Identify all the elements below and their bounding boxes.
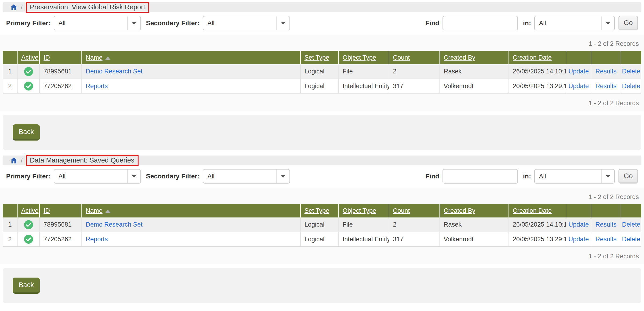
- object-type-cell: Intellectual Entity: [338, 79, 389, 93]
- table-row: 2 77205262 Reports Logical Intellectual …: [3, 232, 641, 247]
- chevron-down-icon: [276, 16, 290, 30]
- creation-date-cell: 20/05/2025 13:29:19: [509, 79, 566, 93]
- creation-date-cell: 26/05/2025 14:10:15: [509, 64, 566, 79]
- breadcrumb-separator: /: [21, 157, 23, 164]
- content-area: 1 - 2 of 2 Records Active ID Name Set Ty…: [0, 35, 644, 111]
- primary-filter-value: All: [54, 16, 127, 30]
- back-button[interactable]: Back: [13, 278, 40, 294]
- sets-table: Active ID Name Set Type Object Type Coun…: [3, 51, 641, 93]
- in-label: in:: [523, 173, 531, 180]
- header-object-type[interactable]: Object Type: [338, 51, 389, 64]
- set-name-link[interactable]: Reports: [86, 82, 108, 90]
- header-delete-actions: [621, 51, 641, 64]
- back-button[interactable]: Back: [13, 124, 40, 141]
- header-set-type[interactable]: Set Type: [300, 51, 338, 64]
- records-count-bottom: 1 - 2 of 2 Records: [0, 93, 644, 111]
- table-header-row: Active ID Name Set Type Object Type Coun…: [3, 204, 641, 218]
- secondary-filter-select[interactable]: All: [203, 16, 290, 30]
- secondary-filter-value: All: [203, 16, 276, 30]
- update-link[interactable]: Update: [568, 68, 589, 75]
- active-check-icon: [24, 220, 33, 229]
- set-name-link[interactable]: Reports: [86, 236, 108, 243]
- delete-link[interactable]: Delete: [622, 68, 640, 75]
- update-link[interactable]: Update: [568, 82, 589, 90]
- breadcrumb: / Data Management: Saved Queries: [3, 155, 641, 165]
- active-cell: [17, 79, 40, 93]
- header-active[interactable]: Active: [17, 204, 40, 218]
- home-icon[interactable]: [10, 156, 18, 164]
- find-label: Find: [426, 19, 439, 27]
- page-title: Data Management: Saved Queries: [26, 155, 139, 166]
- update-link[interactable]: Update: [568, 221, 589, 228]
- delete-link[interactable]: Delete: [622, 221, 640, 228]
- update-link[interactable]: Update: [568, 236, 589, 243]
- active-cell: [17, 218, 40, 232]
- delete-link[interactable]: Delete: [622, 82, 640, 90]
- results-link[interactable]: Results: [595, 236, 616, 243]
- id-cell: 77205262: [40, 232, 82, 247]
- header-creation-date[interactable]: Creation Date: [509, 51, 566, 64]
- header-name[interactable]: Name: [82, 204, 300, 218]
- header-name[interactable]: Name: [82, 51, 300, 64]
- breadcrumb: / Preservation: View Global Risk Report: [3, 2, 641, 12]
- header-id[interactable]: ID: [40, 51, 82, 64]
- sort-ascending-icon: [105, 210, 110, 213]
- go-button[interactable]: Go: [618, 169, 638, 184]
- active-cell: [17, 64, 40, 79]
- breadcrumb-separator: /: [21, 4, 23, 11]
- delete-link[interactable]: Delete: [622, 236, 640, 243]
- find-in-select[interactable]: All: [534, 169, 615, 184]
- header-delete-actions: [621, 204, 641, 218]
- header-active[interactable]: Active: [17, 51, 40, 64]
- set-name-link[interactable]: Demo Research Set: [86, 221, 142, 228]
- header-count[interactable]: Count: [389, 204, 440, 218]
- creation-date-cell: 20/05/2025 13:29:19: [509, 232, 566, 247]
- header-creation-date[interactable]: Creation Date: [509, 204, 566, 218]
- chevron-down-icon: [601, 170, 614, 183]
- results-link[interactable]: Results: [595, 221, 616, 228]
- find-in-select[interactable]: All: [534, 16, 615, 30]
- header-created-by[interactable]: Created By: [440, 51, 509, 64]
- header-update-actions: [566, 51, 591, 64]
- primary-filter-select[interactable]: All: [54, 169, 141, 184]
- records-count-bottom: 1 - 2 of 2 Records: [0, 247, 644, 264]
- primary-filter-label: Primary Filter:: [6, 173, 50, 180]
- header-set-type[interactable]: Set Type: [300, 204, 338, 218]
- results-link[interactable]: Results: [595, 82, 616, 90]
- id-cell: 78995681: [40, 64, 82, 79]
- header-created-by[interactable]: Created By: [440, 204, 509, 218]
- row-number: 1: [3, 64, 17, 79]
- filter-bar: Primary Filter: All Secondary Filter: Al…: [0, 12, 644, 35]
- set-name-link[interactable]: Demo Research Set: [86, 68, 142, 75]
- go-button[interactable]: Go: [618, 16, 638, 30]
- chevron-down-icon: [127, 16, 140, 30]
- find-in-value: All: [535, 16, 601, 30]
- object-type-cell: Intellectual Entity: [338, 232, 389, 247]
- records-count-top: 1 - 2 of 2 Records: [0, 188, 644, 204]
- results-link[interactable]: Results: [595, 68, 616, 75]
- secondary-filter-value: All: [203, 170, 276, 183]
- header-results-actions: [591, 204, 621, 218]
- find-input[interactable]: [442, 16, 518, 30]
- records-count-top: 1 - 2 of 2 Records: [0, 35, 644, 51]
- active-cell: [17, 232, 40, 247]
- primary-filter-value: All: [54, 170, 127, 183]
- find-input[interactable]: [442, 169, 518, 184]
- back-panel: Back: [3, 115, 641, 150]
- header-rownum: [3, 204, 17, 218]
- active-check-icon: [24, 81, 33, 91]
- header-object-type[interactable]: Object Type: [338, 204, 389, 218]
- active-check-icon: [24, 67, 33, 76]
- primary-filter-select[interactable]: All: [54, 16, 141, 30]
- in-label: in:: [523, 19, 531, 27]
- primary-filter-label: Primary Filter:: [6, 19, 50, 27]
- header-count[interactable]: Count: [389, 51, 440, 64]
- id-cell: 77205262: [40, 79, 82, 93]
- header-rownum: [3, 51, 17, 64]
- set-type-cell: Logical: [300, 218, 338, 232]
- home-icon[interactable]: [10, 3, 18, 11]
- count-cell: 317: [389, 79, 440, 93]
- secondary-filter-select[interactable]: All: [203, 169, 290, 184]
- header-id[interactable]: ID: [40, 204, 82, 218]
- count-cell: 2: [389, 64, 440, 79]
